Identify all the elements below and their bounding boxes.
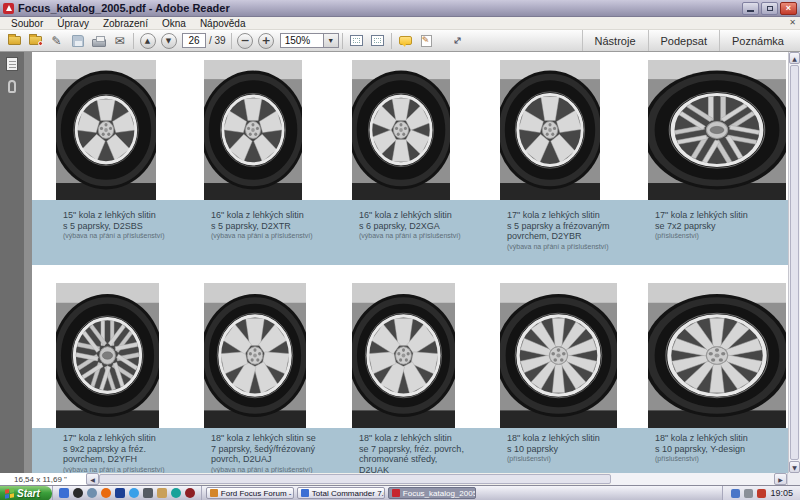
scroll-left-icon[interactable]: ◀ <box>86 473 99 485</box>
task-button-icon <box>301 489 309 497</box>
scheduler-icon[interactable] <box>744 489 753 498</box>
print-button[interactable] <box>88 31 109 50</box>
wheel-caption-note: (příslušenství) <box>655 232 786 241</box>
sign-document-button[interactable] <box>416 31 437 50</box>
wheel-caption-note: (příslušenství) <box>507 455 638 464</box>
task-button-1[interactable]: Ford Focus Forum - Z... <box>206 487 294 499</box>
opera-icon[interactable] <box>73 488 83 498</box>
total-commander-icon[interactable] <box>59 488 69 498</box>
wheel-photo <box>648 60 786 200</box>
restore-button[interactable] <box>761 2 778 15</box>
menu-okna[interactable]: Okna <box>155 17 193 30</box>
wheel-caption-note: (výbava na přání a příslušenství) <box>507 243 638 252</box>
fit-page-button[interactable] <box>367 31 388 50</box>
folder-icon[interactable] <box>157 488 167 498</box>
wheel-caption-note: (výbava na přání a příslušenství) <box>211 232 342 241</box>
arrow-up-icon: ▲ <box>140 33 156 49</box>
task-button-2[interactable]: Total Commander 7.01 <box>297 487 385 499</box>
wheel-cell <box>196 60 344 200</box>
scroll-down-icon[interactable]: ▼ <box>789 461 800 473</box>
menu-napoveda[interactable]: Nápověda <box>193 17 253 30</box>
toolbar-separator <box>133 33 134 49</box>
wheel-cell <box>492 283 640 428</box>
fit-page-icon <box>371 35 384 46</box>
comment-button[interactable] <box>395 31 416 50</box>
wheel-photo <box>648 283 786 428</box>
pdf-page: 15" kola z lehkých slitin s 5 paprsky, D… <box>32 52 788 473</box>
wheel-caption: 17" kola z lehkých slitin s 9x2 paprsky … <box>48 428 196 473</box>
wheel-caption-note: (výbava na přání a příslušenství) <box>63 466 194 474</box>
scroll-right-icon[interactable]: ▶ <box>774 473 787 485</box>
email-button[interactable]: ✉ <box>109 31 130 50</box>
page-dimensions-label: 16,54 x 11,69 " <box>0 473 86 485</box>
zoom-in-button[interactable]: + <box>256 31 277 50</box>
utility-icon[interactable] <box>143 488 153 498</box>
next-page-button[interactable]: ▼ <box>158 31 179 50</box>
vertical-scroll-thumb[interactable] <box>790 65 799 460</box>
open-button[interactable] <box>4 31 25 50</box>
horizontal-scroll-track[interactable] <box>611 473 774 485</box>
tools-panel-button[interactable]: Nástroje <box>582 30 648 51</box>
wheel-caption-note: (příslušenství) <box>655 455 786 464</box>
row-gap <box>32 265 788 283</box>
wheel-photo-row-2 <box>32 283 788 428</box>
wheel-caption: 18" kola z lehkých slitin se 7 paprsky, … <box>196 428 344 473</box>
wheel-caption-note: (výbava na přání a příslušenství) <box>63 232 194 241</box>
window-title: Focus_katalog_2005.pdf - Adobe Reader <box>18 2 230 14</box>
comment-panel-button[interactable]: Poznámka <box>719 30 796 51</box>
toolbar-separator <box>342 33 343 49</box>
page-total-label: / 39 <box>209 35 226 46</box>
toolbar-separator <box>231 33 232 49</box>
fit-width-icon <box>350 35 363 46</box>
menu-zobrazeni[interactable]: Zobrazení <box>96 17 155 30</box>
adobe-reader-window: Focus_katalog_2005.pdf - Adobe Reader × … <box>0 0 800 500</box>
zoom-dropdown-button[interactable]: ▼ <box>324 33 339 48</box>
winamp-icon[interactable] <box>185 488 195 498</box>
diagonal-arrows-icon: ↔ <box>449 33 465 49</box>
save-button[interactable] <box>67 31 88 50</box>
firefox-icon[interactable] <box>101 488 111 498</box>
page-number-input[interactable] <box>182 33 206 48</box>
media-player-icon[interactable] <box>171 488 181 498</box>
minimize-button[interactable] <box>742 2 759 15</box>
create-pdf-button[interactable] <box>25 31 46 50</box>
vertical-scrollbar[interactable]: ▲ ▼ <box>788 52 800 473</box>
zoom-out-button[interactable]: − <box>235 31 256 50</box>
sign-pen-button[interactable]: ✎ <box>46 31 67 50</box>
email-icon: ✉ <box>114 35 124 47</box>
sign-panel-button[interactable]: Podepsat <box>648 30 719 51</box>
task-button-icon <box>210 489 218 497</box>
wheel-photo <box>204 60 302 200</box>
flag-icon[interactable] <box>115 488 125 498</box>
save-icon <box>72 35 84 47</box>
toolbar-close-icon[interactable]: ✕ <box>789 19 796 27</box>
horizontal-scroll-thumb[interactable] <box>99 474 611 484</box>
wheel-caption-text: 17" kola z lehkých slitin s 5 paprsky a … <box>507 210 638 242</box>
network-icon[interactable] <box>731 489 740 498</box>
wheel-cell <box>640 283 788 428</box>
toolbar-separator <box>391 33 392 49</box>
title-bar[interactable]: Focus_katalog_2005.pdf - Adobe Reader × <box>0 0 800 17</box>
wheel-cell <box>492 60 640 200</box>
scroll-up-icon[interactable]: ▲ <box>789 52 800 64</box>
start-button[interactable]: Start <box>0 486 52 500</box>
close-button[interactable]: × <box>780 2 797 15</box>
messenger-icon[interactable] <box>87 488 97 498</box>
zoom-level-display[interactable]: 150% <box>280 33 324 48</box>
quick-launch <box>52 486 202 500</box>
reading-mode-button[interactable]: ↔ <box>447 31 468 50</box>
previous-page-button[interactable]: ▲ <box>137 31 158 50</box>
task-buttons: Ford Focus Forum - Z...Total Commander 7… <box>202 487 723 499</box>
wheel-caption: 18" kola z lehkých slitin s 10 paprsky(p… <box>492 428 640 473</box>
wheel-photo <box>56 60 156 200</box>
internet-explorer-icon[interactable] <box>129 488 139 498</box>
sign-document-icon <box>421 35 432 47</box>
attachments-icon[interactable] <box>8 80 16 93</box>
volume-muted-icon[interactable] <box>757 489 766 498</box>
menu-soubor[interactable]: Soubor <box>4 17 50 30</box>
page-thumbnails-icon[interactable] <box>6 57 18 71</box>
fit-width-button[interactable] <box>346 31 367 50</box>
task-button-3[interactable]: Focus_katalog_2005... <box>388 487 476 499</box>
menu-upravy[interactable]: Úpravy <box>50 17 96 30</box>
system-tray: 19:05 <box>722 486 800 500</box>
